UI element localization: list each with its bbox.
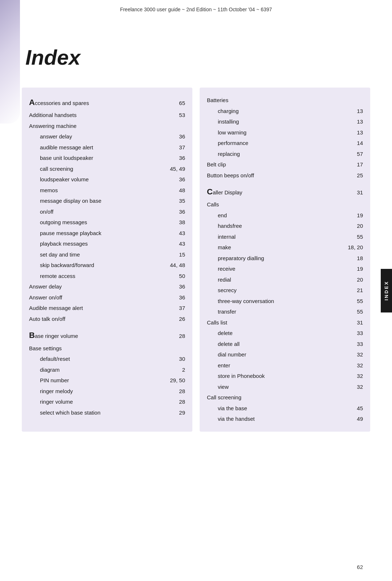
entry-label: preparatory dialling bbox=[218, 254, 343, 263]
list-item: Call screening bbox=[207, 392, 363, 403]
entry-page-number: 19 bbox=[343, 211, 363, 220]
entry-label: answer delay bbox=[40, 132, 165, 141]
entry-page-number: 14 bbox=[343, 138, 363, 148]
entry-label: via the handset bbox=[218, 414, 343, 424]
entry-label: message display on base bbox=[40, 196, 165, 206]
entry-page-number: 49 bbox=[343, 414, 363, 424]
list-item: via the handset49 bbox=[207, 413, 363, 424]
list-item: low warning13 bbox=[207, 127, 363, 138]
list-item: Additional handsets53 bbox=[29, 110, 185, 121]
entry-label: default/reset bbox=[40, 354, 165, 364]
entry-label: on/off bbox=[40, 207, 165, 217]
list-item: on/off36 bbox=[29, 206, 185, 217]
entry-page-number: 36 bbox=[165, 207, 185, 217]
entry-page-number: 25 bbox=[343, 171, 363, 180]
list-item: Caller Display31 bbox=[207, 184, 363, 199]
entry-page-number: 29 bbox=[165, 408, 185, 417]
entry-label: Caller Display bbox=[207, 185, 343, 198]
list-item: message display on base35 bbox=[29, 195, 185, 206]
entry-page-number: 18 bbox=[343, 254, 363, 263]
entry-label: Auto talk on/off bbox=[29, 314, 165, 324]
entry-label: Answering machine bbox=[29, 121, 165, 131]
list-item: Base settings bbox=[29, 343, 185, 354]
list-item: Answering machine bbox=[29, 121, 185, 132]
page-header: Freelance 3000 user guide ~ 2nd Edition … bbox=[0, 0, 392, 16]
entry-label: outgoing messages bbox=[40, 218, 165, 227]
entry-page-number: 20 bbox=[343, 221, 363, 231]
list-item: via the base45 bbox=[207, 403, 363, 414]
entry-label: installing bbox=[218, 117, 343, 126]
entry-label: select which base station bbox=[40, 408, 165, 417]
list-item: performance14 bbox=[207, 138, 363, 149]
list-item: ringer volume28 bbox=[29, 396, 185, 407]
entry-page-number: 31 bbox=[343, 318, 363, 327]
right-index-column: Batteriescharging13installing13low warni… bbox=[200, 88, 370, 432]
entry-label: Button beeps on/off bbox=[207, 171, 343, 180]
entry-label: internal bbox=[218, 232, 343, 242]
entry-page-number: 13 bbox=[343, 128, 363, 137]
entry-page-number: 29, 50 bbox=[165, 376, 185, 385]
entry-page-number: 26 bbox=[165, 314, 185, 324]
entry-page-number: 13 bbox=[343, 106, 363, 116]
entry-page-number: 31 bbox=[343, 188, 363, 197]
entry-page-number: 43 bbox=[165, 239, 185, 249]
entry-page-number: 36 bbox=[165, 293, 185, 302]
entry-page-number: 30 bbox=[165, 354, 185, 364]
list-item: diagram2 bbox=[29, 364, 185, 375]
list-item: Auto talk on/off26 bbox=[29, 314, 185, 324]
entry-page-number: 35 bbox=[165, 196, 185, 206]
entry-label: memos bbox=[40, 186, 165, 195]
list-item: delete33 bbox=[207, 328, 363, 339]
entry-page-number: 36 bbox=[165, 153, 185, 163]
spacer bbox=[29, 324, 185, 328]
entry-label: secrecy bbox=[218, 286, 343, 295]
entry-page-number: 55 bbox=[343, 232, 363, 242]
list-item: delete all33 bbox=[207, 339, 363, 350]
entry-label: loudspeaker volume bbox=[40, 175, 165, 184]
entry-rest: ase ringer volume bbox=[35, 333, 78, 339]
list-item: installing13 bbox=[207, 116, 363, 127]
list-item: make18, 20 bbox=[207, 242, 363, 253]
entry-label: delete all bbox=[218, 339, 343, 349]
entry-page-number: 17 bbox=[343, 160, 363, 169]
entry-label: performance bbox=[218, 138, 343, 148]
list-item: pause message playback43 bbox=[29, 228, 185, 239]
entry-page-number: 2 bbox=[165, 365, 185, 375]
entry-label: Answer on/off bbox=[29, 293, 165, 302]
list-item: internal55 bbox=[207, 231, 363, 242]
entry-label: Calls bbox=[207, 200, 343, 209]
list-item: PIN number29, 50 bbox=[29, 375, 185, 386]
entry-page-number: 18, 20 bbox=[343, 243, 363, 252]
entry-page-number: 37 bbox=[165, 143, 185, 152]
list-item: Belt clip17 bbox=[207, 159, 363, 170]
list-item: Calls list31 bbox=[207, 317, 363, 328]
entry-page-number: 44, 48 bbox=[165, 261, 185, 270]
list-item: call screening45, 49 bbox=[29, 164, 185, 174]
list-item: Answer on/off36 bbox=[29, 292, 185, 303]
entry-page-number: 21 bbox=[343, 286, 363, 295]
spacer bbox=[207, 181, 363, 184]
section-letter: B bbox=[29, 331, 35, 340]
list-item: charging13 bbox=[207, 106, 363, 117]
entry-label: make bbox=[218, 243, 343, 252]
entry-label: three-way conversation bbox=[218, 296, 343, 306]
entry-label: playback messages bbox=[40, 239, 165, 249]
index-tab: INDEX bbox=[381, 269, 392, 312]
entry-page-number: 50 bbox=[165, 271, 185, 281]
entry-label: dial number bbox=[218, 350, 343, 359]
entry-label: transfer bbox=[218, 307, 343, 316]
entry-page-number: 36 bbox=[165, 282, 185, 291]
entry-label: ringer volume bbox=[40, 397, 165, 407]
list-item: secrecy21 bbox=[207, 285, 363, 296]
list-item: transfer55 bbox=[207, 306, 363, 317]
section-letter: C bbox=[207, 187, 213, 196]
entry-label: pause message playback bbox=[40, 229, 165, 238]
list-item: handsfree20 bbox=[207, 221, 363, 231]
entry-page-number: 37 bbox=[165, 303, 185, 313]
list-item: enter32 bbox=[207, 360, 363, 371]
entry-label: remote access bbox=[40, 271, 165, 281]
header-title: Freelance 3000 user guide ~ 2nd Edition … bbox=[120, 7, 272, 12]
entry-page-number: 32 bbox=[343, 350, 363, 359]
entry-page-number: 28 bbox=[165, 397, 185, 407]
entry-page-number: 36 bbox=[165, 175, 185, 184]
